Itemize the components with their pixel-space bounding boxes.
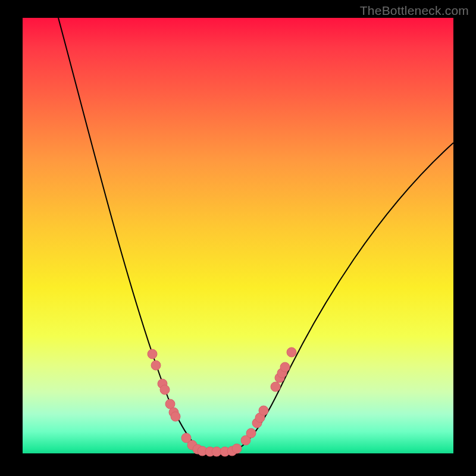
data-marker: [151, 361, 161, 370]
data-marker: [148, 349, 157, 359]
data-marker: [171, 412, 180, 421]
chart-frame: TheBottleneck.com: [0, 0, 476, 476]
data-marker: [246, 428, 256, 438]
data-marker: [259, 406, 268, 415]
data-marker: [280, 362, 290, 372]
data-marker: [287, 347, 296, 357]
data-marker: [271, 382, 280, 392]
chart-svg: [23, 18, 453, 453]
data-marker: [232, 444, 242, 453]
plot-area: [23, 18, 453, 453]
data-marker: [160, 385, 170, 394]
v-curve-path: [58, 18, 453, 452]
marker-group: [148, 347, 296, 456]
watermark-text: TheBottleneck.com: [360, 4, 469, 18]
